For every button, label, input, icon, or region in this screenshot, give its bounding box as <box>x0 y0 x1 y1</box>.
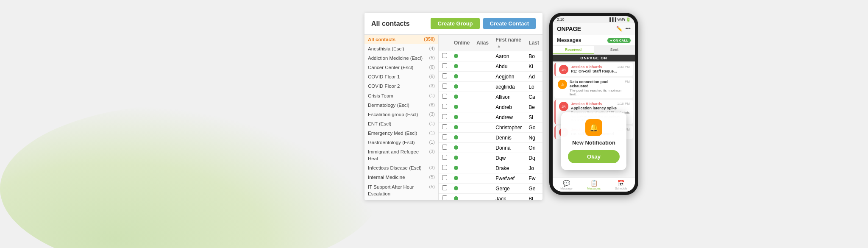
online-indicator <box>454 105 458 109</box>
row-checkbox[interactable] <box>442 63 447 68</box>
table-row[interactable]: Drake Jo <box>439 163 542 173</box>
table-row[interactable]: Gerge Ge <box>439 184 542 194</box>
sidebar-item-12[interactable]: Immigrant and Refugee Heal(3) <box>364 147 438 163</box>
msg-body: The pool has reached its maximum limit..… <box>570 89 630 96</box>
table-row[interactable]: Abdu Ki <box>439 61 542 72</box>
online-indicator <box>454 145 458 150</box>
table-row[interactable]: Christopher Go <box>439 123 542 133</box>
sidebar-item-11[interactable]: Gastroentology (Escl)(1) <box>364 138 438 147</box>
row-checkbox[interactable] <box>442 134 447 139</box>
phone-tabs: Received Sent <box>553 46 635 55</box>
msg-subject: Application latency spike <box>571 106 630 110</box>
sidebar-item-label: Infectious Disease (Escl) <box>368 164 428 171</box>
sidebar-item-count: (1) <box>429 120 435 127</box>
sidebar-item-label: Immigrant and Refugee Heal <box>368 148 428 162</box>
sidebar-item-0[interactable]: All contacts(350) <box>364 35 438 44</box>
row-online-cell <box>451 133 473 143</box>
notification-okay-button[interactable]: Okay <box>568 150 620 163</box>
phone-signal: ▐▐▐ WiFi 🔋 <box>608 17 631 22</box>
row-lastname-cell: Ad <box>525 72 542 82</box>
msg-content: Data connection pool exhausted PM The po… <box>570 80 630 96</box>
messages-header: Messages ● ON CALL <box>553 35 635 46</box>
table-row[interactable]: Andreb Be <box>439 102 542 112</box>
sidebar-item-6[interactable]: Crisis Team(1) <box>364 91 438 100</box>
row-lastname-cell: Jo <box>525 163 542 173</box>
sidebar-item-label: Internal Medicine <box>368 174 428 181</box>
row-checkbox[interactable] <box>442 73 447 78</box>
table-row[interactable]: Dennis Ng <box>439 133 542 143</box>
sidebar-item-1[interactable]: Anesthisia (Escl)(4) <box>364 44 438 53</box>
edit-icon[interactable]: ✏️ <box>616 26 623 32</box>
row-alias-cell <box>473 123 492 133</box>
row-checkbox[interactable] <box>442 175 447 180</box>
row-firstname-cell: Gerge <box>492 184 525 194</box>
phone-status-bar: 2:10 ▐▐▐ WiFi 🔋 <box>553 16 635 23</box>
sidebar-item-7[interactable]: Dermatology (Escl)(6) <box>364 100 438 110</box>
sidebar-item-8[interactable]: Escalation group (Escl)(3) <box>364 110 438 119</box>
sidebar-item-13[interactable]: Infectious Disease (Escl)(3) <box>364 163 438 173</box>
msg-subject: RE: On-call Staff Reque... <box>571 69 630 73</box>
row-checkbox-cell <box>439 92 451 102</box>
sidebar-item-3[interactable]: Cancer Center (Escl)(6) <box>364 63 438 72</box>
table-row[interactable]: Jack Bl <box>439 194 542 201</box>
sidebar-item-14[interactable]: Internal Medicine(5) <box>364 173 438 182</box>
table-row[interactable]: Dqw Dq <box>439 153 542 163</box>
row-checkbox[interactable] <box>442 195 447 200</box>
nav-message[interactable]: 💬 Message <box>553 178 580 192</box>
sidebar-item-5[interactable]: COVID Floor 2(3) <box>364 81 438 91</box>
row-alias-cell <box>473 82 492 92</box>
table-row[interactable]: aeglinda Lo <box>439 82 542 92</box>
table-row[interactable]: Allison Ca <box>439 92 542 102</box>
msg-sender: Jessica Richards <box>571 102 602 106</box>
row-checkbox[interactable] <box>442 84 447 89</box>
contacts-table: Online Alias First name ▲ Last Aaron Bo … <box>439 35 542 200</box>
table-row[interactable]: Donna On <box>439 143 542 153</box>
row-checkbox[interactable] <box>442 104 447 109</box>
nav-schedule[interactable]: 📅 Schedule <box>607 178 635 192</box>
table-row[interactable]: Aegjohn Ad <box>439 72 542 82</box>
sidebar-item-label: Crisis Team <box>368 92 428 99</box>
sidebar-item-label: Emergency Med (Escl) <box>368 130 428 137</box>
row-checkbox[interactable] <box>442 114 447 119</box>
sidebar-item-count: (3) <box>429 148 435 155</box>
row-online-cell <box>451 72 473 82</box>
phone-time: 2:10 <box>557 17 565 22</box>
message-item[interactable]: JR Jessica Richards 1:33 PM RE: On-call … <box>554 63 633 76</box>
create-contact-button[interactable]: Create Contact <box>483 18 536 29</box>
table-row[interactable]: Fwefwef Fw <box>439 173 542 184</box>
tab-received[interactable]: Received <box>553 46 594 54</box>
row-checkbox[interactable] <box>442 53 447 58</box>
tab-sent[interactable]: Sent <box>594 46 635 54</box>
row-checkbox[interactable] <box>442 145 447 150</box>
table-row[interactable]: Aaron Bo <box>439 51 542 61</box>
more-icon[interactable]: ••• <box>625 26 631 32</box>
sidebar-item-16[interactable]: Logistics (Escl)(5) <box>364 198 438 200</box>
online-indicator <box>454 135 458 139</box>
create-group-button[interactable]: Create Group <box>431 18 479 29</box>
row-checkbox[interactable] <box>442 185 447 190</box>
row-lastname-cell: Be <box>525 102 542 112</box>
nav-messages[interactable]: 📋 Messages <box>580 178 608 192</box>
sidebar-item-2[interactable]: Addiction Medicine (Escl)(5) <box>364 53 438 63</box>
row-checkbox[interactable] <box>442 94 447 99</box>
sidebar-item-9[interactable]: ENT (Escl)(1) <box>364 119 438 128</box>
onpage-on-banner: ONPAGE ON <box>553 55 635 61</box>
col-firstname[interactable]: First name ▲ <box>492 35 525 51</box>
row-alias-cell <box>473 153 492 163</box>
row-checkbox[interactable] <box>442 155 447 160</box>
msg-sender: Jessica Richards <box>571 65 602 69</box>
sidebar-item-10[interactable]: Emergency Med (Escl)(1) <box>364 128 438 138</box>
table-row[interactable]: Andrew Si <box>439 112 542 123</box>
row-alias-cell <box>473 72 492 82</box>
row-online-cell <box>451 173 473 184</box>
row-lastname-cell: Bo <box>525 51 542 61</box>
sidebar-item-4[interactable]: COVID Floor 1(6) <box>364 72 438 81</box>
sidebar-item-15[interactable]: IT Support After Hour Escalation(5) <box>364 182 438 198</box>
message-item[interactable]: ⚠ Data connection pool exhausted PM The … <box>554 78 633 98</box>
row-checkbox[interactable] <box>442 165 447 170</box>
row-lastname-cell: Bl <box>525 194 542 201</box>
row-checkbox[interactable] <box>442 124 447 129</box>
row-checkbox-cell <box>439 133 451 143</box>
row-checkbox-cell <box>439 102 451 112</box>
row-checkbox-cell <box>439 194 451 201</box>
